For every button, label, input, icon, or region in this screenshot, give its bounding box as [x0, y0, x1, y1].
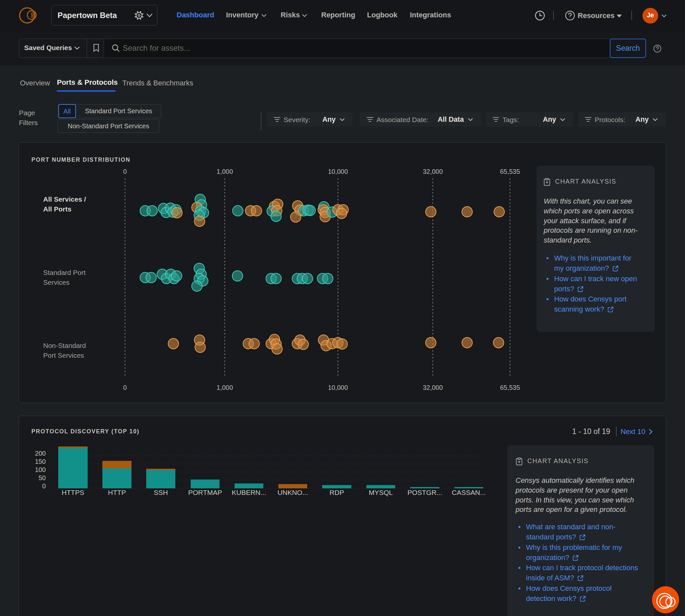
svg-text:1,000: 1,000	[216, 168, 233, 175]
svg-text:150: 150	[35, 458, 46, 465]
svg-text:65,535: 65,535	[500, 168, 520, 175]
svg-text:RDP: RDP	[329, 489, 344, 496]
svg-text:50: 50	[39, 474, 46, 482]
svg-text:1,000: 1,000	[216, 384, 233, 391]
svg-text:SSH: SSH	[154, 489, 168, 496]
svg-text:PORTMAP: PORTMAP	[188, 489, 222, 496]
svg-text:KUBERN...: KUBERN...	[232, 489, 266, 496]
svg-text:200: 200	[35, 450, 46, 457]
svg-text:POSTGR...: POSTGR...	[407, 489, 442, 496]
svg-text:0: 0	[123, 384, 127, 391]
svg-text:0: 0	[123, 168, 127, 175]
svg-text:10,000: 10,000	[328, 168, 348, 175]
svg-text:32,000: 32,000	[423, 168, 442, 175]
svg-text:10,000: 10,000	[328, 384, 348, 391]
svg-text:65,535: 65,535	[500, 384, 520, 391]
svg-text:HTTPS: HTTPS	[62, 489, 84, 496]
svg-text:HTTP: HTTP	[108, 489, 126, 496]
svg-text:CASSAN...: CASSAN...	[452, 489, 486, 496]
svg-text:100: 100	[35, 466, 46, 473]
svg-text:0: 0	[42, 482, 46, 490]
svg-text:32,000: 32,000	[423, 384, 442, 391]
svg-text:UNKNO...: UNKNO...	[277, 489, 308, 496]
svg-text:MYSQL: MYSQL	[369, 489, 393, 496]
